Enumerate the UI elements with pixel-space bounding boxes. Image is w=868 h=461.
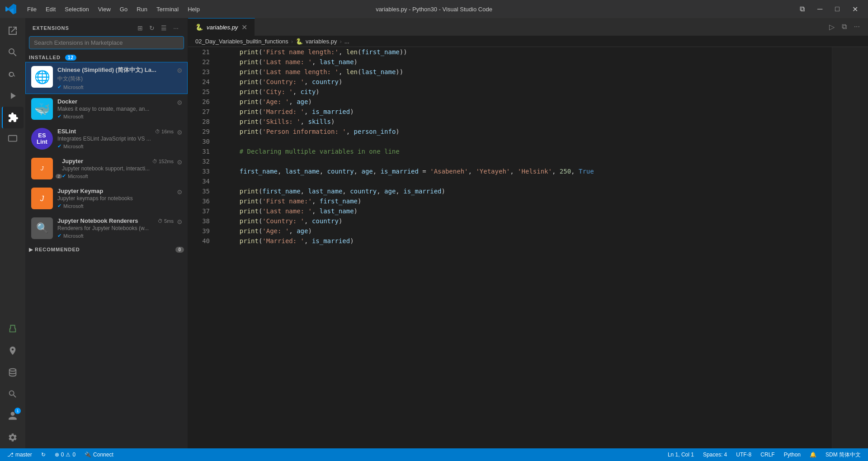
menu-view[interactable]: View [94, 4, 114, 14]
code-line-30 [224, 136, 825, 146]
activity-source-control[interactable] [2, 63, 24, 85]
status-connect[interactable]: 🔌 Connect [83, 451, 115, 459]
title-bar-left: File Edit Selection View Go Run Terminal… [5, 4, 203, 14]
status-extra[interactable]: SDM 简体中文 [824, 450, 863, 460]
python-file-icon: 🐍 [195, 24, 203, 31]
installed-section-header[interactable]: INSTALLED 12 [25, 53, 188, 62]
menu-help[interactable]: Help [184, 4, 203, 14]
extension-gear-chinese[interactable]: ⚙ [177, 67, 183, 74]
run-button[interactable]: ▷ [826, 21, 837, 33]
verified-icon-jupyter-keymap: ✔ [57, 203, 61, 209]
status-language[interactable]: Python [782, 451, 802, 459]
branch-icon: ⎇ [7, 452, 14, 458]
more-button[interactable]: ··· [171, 24, 180, 33]
extensions-list: 🌐 Chinese (Simplified) (简体中文) La... 中文(简… [25, 62, 188, 448]
breadcrumb-symbol[interactable]: ... [344, 38, 349, 45]
extension-publisher-eslint: ✔ Microsoft [57, 143, 182, 149]
extension-desc-chinese: 中文(简体) [57, 75, 182, 83]
activity-explorer[interactable] [2, 20, 24, 42]
status-cursor[interactable]: Ln 1, Col 1 [666, 451, 696, 459]
jupyter-update-badge: 2 [56, 174, 62, 179]
code-minimap [832, 47, 868, 448]
activity-settings[interactable] [2, 427, 24, 448]
breadcrumb-sep-2: › [340, 38, 341, 45]
split-editor-button[interactable]: ⧉ [839, 21, 849, 33]
sidebar-title: EXTENSIONS [33, 25, 69, 31]
status-sync[interactable]: ↻ [39, 451, 47, 459]
extension-gear-eslint[interactable]: ⚙ [177, 129, 183, 136]
extension-search-box[interactable] [29, 36, 184, 49]
extension-gear-jupyter-keymap[interactable]: ⚙ [177, 188, 183, 196]
breadcrumb-folder[interactable]: 02_Day_Variables_builtin_functions [195, 38, 288, 45]
line-numbers: 21 22 23 24 25 26 27 28 29 30 31 32 33 3… [188, 47, 217, 448]
extension-publisher-chinese: ✔ Microsoft [57, 84, 182, 90]
status-spaces[interactable]: Spaces: 4 [701, 451, 729, 459]
status-notification[interactable]: 🔔 [808, 451, 818, 459]
activity-database[interactable] [2, 362, 24, 383]
svg-text:J: J [40, 194, 44, 203]
clear-button[interactable]: ☰ [159, 24, 169, 33]
activity-extensions[interactable] [2, 107, 24, 128]
status-line-ending[interactable]: CRLF [759, 451, 776, 459]
verified-icon-chinese: ✔ [57, 84, 61, 90]
activity-run-debug[interactable] [2, 85, 24, 107]
extension-search-input[interactable] [34, 39, 179, 46]
extension-item-jupyter-keymap[interactable]: J Jupyter Keymap Jupyter keymaps for not… [25, 183, 188, 213]
filter-button[interactable]: ⊞ [136, 24, 145, 33]
extension-name-jupyter-keymap: Jupyter Keymap [57, 188, 182, 194]
status-encoding[interactable]: UTF-8 [734, 451, 753, 459]
code-line-32 [224, 156, 825, 166]
breadcrumb-icon-file: 🐍 [296, 38, 303, 45]
recommended-section-header[interactable]: ▶ RECOMMENDED 0 [25, 243, 188, 254]
extension-item-chinese[interactable]: 🌐 Chinese (Simplified) (简体中文) La... 中文(简… [25, 62, 188, 94]
encoding-label: UTF-8 [736, 452, 751, 458]
status-branch[interactable]: ⎇ master [5, 451, 34, 459]
extension-item-jupyter[interactable]: J 2 Jupyter Jupyter notebook support, in… [25, 154, 188, 183]
tab-close-button[interactable]: ✕ [241, 23, 247, 32]
extension-gear-docker[interactable]: ⚙ [177, 99, 183, 106]
menu-go[interactable]: Go [116, 4, 131, 14]
activity-remote[interactable] [2, 128, 24, 150]
layout-icon[interactable]: ⧉ [795, 3, 809, 15]
activity-search[interactable] [2, 42, 24, 63]
menu-terminal[interactable]: Terminal [153, 4, 182, 14]
extension-icon-chinese: 🌐 [31, 66, 53, 88]
recommended-count-badge: 0 [175, 247, 184, 253]
code-line-24: print('Country: ', country) [224, 77, 825, 87]
extension-item-eslint[interactable]: ES Lint ESLint Integrates ESLint JavaScr… [25, 124, 188, 154]
maximize-button[interactable]: □ [830, 3, 844, 15]
window-controls: ⧉ ─ □ ✕ [795, 3, 863, 15]
code-line-38: print('Country: ', country) [224, 216, 825, 226]
extension-info-chinese: Chinese (Simplified) (简体中文) La... 中文(简体)… [57, 66, 182, 90]
menu-selection[interactable]: Selection [61, 4, 92, 14]
minimize-button[interactable]: ─ [813, 3, 827, 15]
code-line-34 [224, 176, 825, 186]
close-button[interactable]: ✕ [848, 3, 863, 15]
extension-item-jupyter-renderers[interactable]: 🔍 Jupyter Notebook Renderers Renderers f… [25, 213, 188, 243]
editor-tab-variables-py[interactable]: 🐍 variables.py ✕ [188, 18, 255, 36]
sidebar: EXTENSIONS ⊞ ↻ ☰ ··· INSTALLED 12 🌐 [25, 18, 188, 448]
menu-file[interactable]: File [24, 4, 40, 14]
extension-desc-docker: Makes it easy to create, manage, an... [57, 106, 182, 112]
refresh-button[interactable]: ↻ [147, 24, 156, 33]
error-icon: ⊗ [55, 452, 59, 458]
extension-gear-jupyter[interactable]: ⚙ [177, 159, 183, 166]
publisher-name-eslint: Microsoft [63, 144, 84, 149]
status-errors[interactable]: ⊗ 0 ⚠ 0 [53, 451, 77, 459]
extension-item-docker[interactable]: 🐳 Docker Makes it easy to create, manage… [25, 94, 188, 124]
breadcrumb-file[interactable]: variables.py [306, 38, 337, 45]
extension-gear-jupyter-renderers[interactable]: ⚙ [177, 218, 183, 226]
tab-bar: 🐍 variables.py ✕ ▷ ⧉ ··· [188, 18, 868, 36]
activity-bar: 1 [0, 18, 25, 448]
code-line-26: print('Age: ', age) [224, 97, 825, 107]
menu-run[interactable]: Run [133, 4, 151, 14]
activity-deploy[interactable] [2, 340, 24, 362]
code-editor[interactable]: 21 22 23 24 25 26 27 28 29 30 31 32 33 3… [188, 47, 868, 448]
extension-desc-jupyter: Jupyter notebook support, interacti... [62, 165, 182, 172]
activity-flask[interactable] [2, 318, 24, 340]
more-actions-button[interactable]: ··· [851, 21, 863, 33]
activity-search-ext[interactable] [2, 383, 24, 405]
activity-accounts[interactable]: 1 [2, 405, 24, 427]
menu-edit[interactable]: Edit [42, 4, 59, 14]
code-line-22: print('Last name: ', last_name) [224, 57, 825, 67]
